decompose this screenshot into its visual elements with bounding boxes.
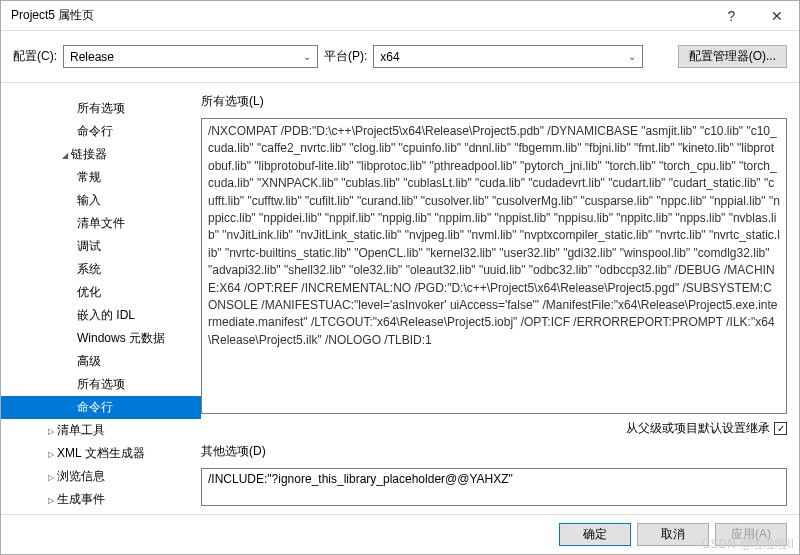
platform-label: 平台(P): bbox=[324, 48, 367, 65]
config-manager-button[interactable]: 配置管理器(O)... bbox=[678, 45, 787, 68]
arrow-closed-icon bbox=[45, 494, 57, 505]
tree-input[interactable]: 输入 bbox=[1, 189, 201, 212]
help-button[interactable]: ? bbox=[709, 1, 754, 31]
platform-value: x64 bbox=[380, 50, 399, 64]
window-title: Project5 属性页 bbox=[11, 7, 709, 24]
tree-commandline-selected[interactable]: 命令行 bbox=[1, 396, 201, 419]
other-options-label: 其他选项(D) bbox=[201, 443, 787, 460]
tree-general[interactable]: 常规 bbox=[1, 166, 201, 189]
config-label: 配置(C): bbox=[13, 48, 57, 65]
property-dialog: Project5 属性页 ? ✕ 配置(C): Release ⌄ 平台(P):… bbox=[0, 0, 800, 555]
tree-linker[interactable]: 链接器 bbox=[1, 143, 201, 166]
close-button[interactable]: ✕ bbox=[754, 1, 799, 31]
arrow-closed-icon bbox=[45, 425, 57, 436]
chevron-down-icon: ⌄ bbox=[303, 51, 311, 62]
arrow-closed-icon bbox=[45, 448, 57, 459]
arrow-open-icon bbox=[59, 149, 71, 160]
tree-build-events[interactable]: 生成事件 bbox=[1, 488, 201, 511]
ok-button[interactable]: 确定 bbox=[559, 523, 631, 546]
right-panel: 所有选项(L) /NXCOMPAT /PDB:"D:\c++\Project5\… bbox=[201, 93, 787, 514]
config-row: 配置(C): Release ⌄ 平台(P): x64 ⌄ 配置管理器(O)..… bbox=[1, 31, 799, 83]
arrow-closed-icon bbox=[45, 471, 57, 482]
tree-debug[interactable]: 调试 bbox=[1, 235, 201, 258]
nav-tree: 所有选项 命令行 链接器 常规 输入 清单文件 调试 系统 优化 嵌入的 IDL… bbox=[1, 93, 201, 514]
all-options-label: 所有选项(L) bbox=[201, 93, 787, 110]
dialog-body: 所有选项 命令行 链接器 常规 输入 清单文件 调试 系统 优化 嵌入的 IDL… bbox=[1, 83, 799, 514]
tree-commandline[interactable]: 命令行 bbox=[1, 120, 201, 143]
all-options-textarea[interactable]: /NXCOMPAT /PDB:"D:\c++\Project5\x64\Rele… bbox=[201, 118, 787, 414]
config-select[interactable]: Release ⌄ bbox=[63, 45, 318, 68]
footer: 确定 取消 应用(A) bbox=[1, 514, 799, 554]
tree-browse-info[interactable]: 浏览信息 bbox=[1, 465, 201, 488]
inherit-checkbox[interactable]: ✓ bbox=[774, 422, 787, 435]
tree-all-options[interactable]: 所有选项 bbox=[1, 97, 201, 120]
inherit-label: 从父级或项目默认设置继承 bbox=[626, 420, 770, 437]
other-options-input[interactable]: /INCLUDE:"?ignore_this_library_placehold… bbox=[201, 468, 787, 506]
platform-select[interactable]: x64 ⌄ bbox=[373, 45, 643, 68]
cancel-button[interactable]: 取消 bbox=[637, 523, 709, 546]
tree-system[interactable]: 系统 bbox=[1, 258, 201, 281]
tree-manifest-tool[interactable]: 清单工具 bbox=[1, 419, 201, 442]
tree-manifest-file[interactable]: 清单文件 bbox=[1, 212, 201, 235]
tree-advanced[interactable]: 高级 bbox=[1, 350, 201, 373]
config-value: Release bbox=[70, 50, 114, 64]
tree-windows-metadata[interactable]: Windows 元数据 bbox=[1, 327, 201, 350]
titlebar: Project5 属性页 ? ✕ bbox=[1, 1, 799, 31]
tree-all-options-2[interactable]: 所有选项 bbox=[1, 373, 201, 396]
watermark: CSDN @啦啦啦II bbox=[702, 536, 794, 553]
tree-embedded-idl[interactable]: 嵌入的 IDL bbox=[1, 304, 201, 327]
tree-xml-generator[interactable]: XML 文档生成器 bbox=[1, 442, 201, 465]
chevron-down-icon: ⌄ bbox=[628, 51, 636, 62]
tree-optimize[interactable]: 优化 bbox=[1, 281, 201, 304]
inherit-row: 从父级或项目默认设置继承 ✓ bbox=[201, 420, 787, 437]
